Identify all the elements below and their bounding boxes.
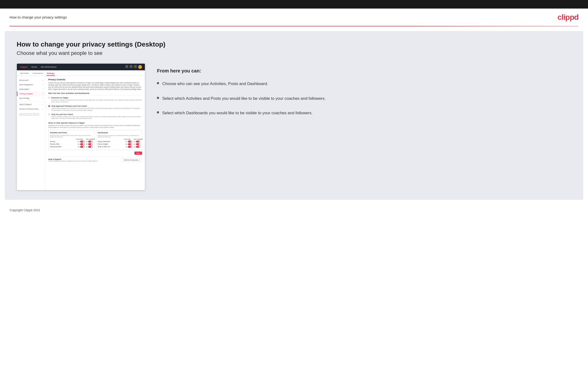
round-insights-label: Round Insights — [98, 143, 108, 145]
header: How to change your privacy settings clip… — [0, 8, 588, 26]
practice-followers-switch[interactable]: ON — [86, 143, 93, 145]
tab-settings[interactable]: Settings — [46, 71, 55, 76]
header-divider — [9, 26, 579, 26]
toggle-pill — [128, 143, 132, 145]
sidebar-label-my-golf-bag: My Golf Bag — [19, 97, 29, 99]
bullet-list: Choose who can see your Activities, Post… — [157, 81, 571, 116]
mockup-main-panel: Privacy Controls Control how you and you… — [45, 76, 145, 190]
mockup-nav: clippd Home My Performance — [17, 64, 145, 70]
toggle-row-rounds: Rounds ON ON — [50, 141, 93, 142]
on-label: ON — [86, 141, 88, 142]
practice-switches: ON ON — [78, 143, 93, 145]
toggle-pill — [80, 141, 85, 142]
sidebar-item-service-privacy[interactable]: Service & Privacy Policy ↗ — [17, 107, 45, 111]
privacy-controls-desc: Control how you and your data appears to… — [48, 82, 142, 90]
on-label: ON — [126, 141, 128, 142]
rounds-coaches-switch[interactable]: ON — [78, 141, 85, 142]
sidebar-item-help-support[interactable]: Help & Support ↗ — [17, 102, 45, 107]
dashboards-col-title: Dashboards — [98, 132, 140, 134]
footer: Copyright Clippd 2022 — [0, 205, 588, 216]
radio-group: Everyone on Clippd Everyone on Clippd ca… — [48, 97, 142, 119]
bell-icon[interactable] — [134, 65, 137, 68]
external-link-icon: ↗ — [138, 159, 140, 161]
round-insights-followers-switch[interactable]: ON — [134, 143, 140, 145]
page-subheading: Choose what you want people to see — [17, 50, 571, 56]
sidebar-item-my-golf-bag[interactable]: My Golf Bag › — [17, 96, 45, 100]
sidebar-item-privacy-controls[interactable]: Privacy Controls › — [17, 92, 45, 96]
toggle-pill — [128, 146, 132, 148]
player-dash-coaches-switch[interactable]: ON — [126, 141, 132, 142]
settings-icon[interactable] — [130, 65, 132, 68]
radio-desc-approved: Only approved followers and coaches you … — [51, 108, 142, 111]
page-heading: How to change your privacy settings (Des… — [17, 41, 571, 48]
toggle-pill — [136, 141, 140, 142]
bullet-text-2: Select which Activities and Posts you wo… — [162, 95, 326, 102]
toggle-row-what-to-work-on: What To Work On ON ON — [98, 146, 140, 148]
toggle-row-manual-activities: Manual Activities ON ON — [50, 146, 93, 148]
visit-community-button[interactable]: Visit Our Community ↗ — [122, 158, 142, 162]
mockup-sidebar: My Account › Data Integrations › Subscri… — [17, 76, 45, 190]
radio-item-approved[interactable]: Only Approved Followers and Your Coach O… — [48, 105, 142, 111]
footer-text: Copyright Clippd 2022 — [9, 208, 40, 212]
chevron-right-icon: › — [42, 88, 43, 90]
what-to-work-coaches-switch[interactable]: ON — [126, 146, 132, 148]
external-link-icon: ↗ — [42, 108, 43, 110]
sidebar-label-help-support: Help & Support — [19, 103, 31, 106]
followers-header: FOLLOWERS — [86, 139, 93, 140]
tab-my-profile[interactable]: My Profile — [20, 71, 29, 76]
screenshot-container: clippd Home My Performance My Profile Co… — [17, 63, 145, 190]
radio-desc-only-you: Only you and the coaches you connect wit… — [51, 116, 142, 120]
on-label: ON — [78, 143, 80, 145]
on-label: ON — [86, 143, 88, 145]
search-icon[interactable] — [125, 65, 128, 68]
bullet-marker-3 — [157, 111, 159, 113]
player-dash-followers-switch[interactable]: ON — [134, 141, 140, 142]
bullet-item-2: Select which Activities and Posts you wo… — [157, 95, 571, 102]
coaches-header-dash: COACHES — [124, 139, 130, 140]
help-section: Help & Support Visit the Clippd communit… — [48, 157, 142, 162]
sidebar-label-privacy-controls: Privacy Controls — [20, 93, 33, 95]
on-label: ON — [134, 143, 136, 145]
activities-col-desc: Select the types of activity that you'd … — [50, 135, 93, 138]
who-can-see-title: Who Can See Your Activities and Dashboar… — [48, 92, 142, 95]
bullet-item-1: Choose who can see your Activities, Post… — [157, 81, 571, 87]
rounds-followers-switch[interactable]: ON — [86, 141, 93, 142]
tab-connections[interactable]: Connections — [32, 71, 43, 76]
chevron-right-icon: › — [42, 97, 43, 99]
practice-coaches-switch[interactable]: ON — [78, 143, 85, 145]
external-link-icon: ↗ — [42, 104, 43, 105]
radio-item-only-you[interactable]: Only You and Your Coach Only you and the… — [48, 113, 142, 120]
toggle-pill — [88, 141, 93, 142]
mockup-nav-home[interactable]: Home — [31, 66, 37, 68]
avatar[interactable] — [138, 65, 142, 69]
followers-header-dash: FOLLOWERS — [134, 139, 140, 140]
toggle-pill — [80, 146, 85, 148]
manual-followers-switch[interactable]: ON — [86, 146, 93, 148]
what-to-work-followers-switch[interactable]: ON — [134, 146, 140, 148]
sidebar-item-data-integrations[interactable]: Data Integrations › — [17, 83, 45, 87]
two-col-layout: clippd Home My Performance My Profile Co… — [17, 63, 571, 190]
on-label: ON — [78, 141, 80, 142]
sidebar-label-subscription: Subscription — [19, 88, 29, 90]
sidebar-item-my-account[interactable]: My Account › — [17, 78, 45, 83]
toggle-row-round-insights: Round Insights ON ON — [98, 143, 140, 145]
bullet-marker-1 — [157, 82, 159, 84]
on-label: ON — [126, 143, 128, 145]
header-title: How to change your privacy settings — [9, 15, 67, 19]
radio-label-everyone: Everyone on Clippd — [51, 97, 142, 99]
radio-item-everyone[interactable]: Everyone on Clippd Everyone on Clippd ca… — [48, 97, 142, 103]
manual-coaches-switch[interactable]: ON — [78, 146, 85, 148]
on-label: ON — [134, 146, 136, 148]
player-dashboard-label: Player Dashboard — [98, 141, 110, 142]
rounds-switches: ON ON — [78, 141, 93, 142]
mockup-nav-icons — [125, 65, 142, 69]
sidebar-label-service-privacy: Service & Privacy Policy — [19, 108, 39, 110]
radio-label-only-you: Only You and Your Coach — [51, 113, 142, 116]
toggle-pill — [88, 146, 93, 148]
save-button[interactable]: Save — [134, 151, 142, 155]
mockup-tabs: My Profile Connections Settings — [17, 70, 145, 76]
toggle-pill — [80, 143, 85, 145]
sidebar-item-subscription[interactable]: Subscription › — [17, 87, 45, 92]
round-insights-coaches-switch[interactable]: ON — [126, 143, 132, 145]
mockup-nav-performance[interactable]: My Performance — [41, 66, 56, 68]
